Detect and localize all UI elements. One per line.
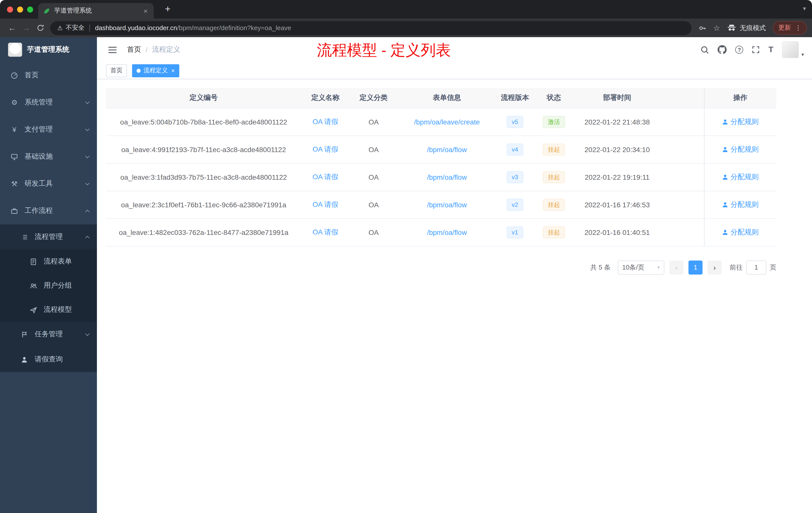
sidebar-item-devtools[interactable]: ⚒ 研发工具 bbox=[0, 170, 97, 197]
form-link[interactable]: /bpm/oa/flow bbox=[427, 145, 467, 153]
assign-rule-link[interactable]: 分配规则 bbox=[722, 200, 759, 209]
deploy-time: 2022-01-22 20:34:10 bbox=[574, 135, 660, 163]
definition-name-link[interactable]: OA 请假 bbox=[313, 200, 339, 208]
form-link[interactable]: /bpm/oa/leave/create bbox=[414, 118, 480, 126]
page-size-select[interactable]: 10条/页 ▾ bbox=[618, 260, 664, 274]
deploy-time: 2022-01-16 17:46:53 bbox=[574, 191, 660, 218]
definition-category: OA bbox=[349, 191, 398, 218]
form-link[interactable]: /bpm/oa/flow bbox=[427, 201, 467, 209]
update-button[interactable]: 更新 ⋮ bbox=[773, 21, 807, 35]
tab-close-icon[interactable]: × bbox=[143, 7, 149, 15]
form-link[interactable]: /bpm/oa/flow bbox=[427, 228, 467, 236]
version-badge: v2 bbox=[507, 199, 523, 211]
new-tab-button[interactable]: + bbox=[161, 3, 175, 16]
fullscreen-button[interactable] bbox=[752, 46, 760, 54]
hamburger-icon bbox=[108, 46, 117, 54]
sidebar-item-workflow[interactable]: 工作流程 bbox=[0, 197, 97, 224]
sidebar-item-home[interactable]: 首页 bbox=[0, 62, 97, 89]
user-menu[interactable]: ▾ bbox=[782, 41, 804, 58]
reload-button[interactable] bbox=[33, 21, 47, 35]
sidebar-item-process-mgmt[interactable]: 流程管理 bbox=[0, 224, 97, 249]
forward-button[interactable]: → bbox=[19, 21, 33, 35]
goto-label: 前往 bbox=[730, 263, 743, 272]
back-button[interactable]: ← bbox=[5, 21, 19, 35]
browser-tab-strip: 芋道管理系统 × + ▾ bbox=[0, 0, 812, 19]
tag-process-definition[interactable]: 流程定义 × bbox=[132, 64, 179, 77]
tag-close-icon[interactable]: × bbox=[171, 67, 175, 74]
window-zoom-button[interactable] bbox=[27, 6, 33, 12]
font-size-button[interactable]: T bbox=[768, 45, 773, 54]
flag-icon bbox=[20, 331, 29, 338]
url-path: /bpm/manager/definition?key=oa_leave bbox=[177, 24, 291, 32]
sidebar-item-process-model[interactable]: 流程模型 bbox=[0, 298, 97, 322]
prev-page-button[interactable]: ‹ bbox=[669, 260, 684, 274]
window-minimize-button[interactable] bbox=[17, 6, 23, 12]
user-icon bbox=[722, 146, 728, 152]
sidebar-item-leave-query[interactable]: 请假查询 bbox=[0, 347, 97, 372]
deploy-time: 2022-01-16 01:40:51 bbox=[574, 218, 660, 246]
user-group-icon bbox=[29, 282, 38, 290]
logo-image bbox=[8, 42, 22, 57]
table-row: oa_leave:5:004b710b-7b8a-11ec-8ef0-acde4… bbox=[106, 108, 776, 135]
sidebar: 芋道管理系统 首页 ⚙ 系统管理 ¥ 支付管理 基础设施 bbox=[0, 37, 97, 513]
avatar bbox=[782, 41, 799, 58]
sidebar-item-user-group[interactable]: 用户分组 bbox=[0, 274, 97, 298]
goto-page-input[interactable] bbox=[746, 260, 766, 274]
definition-id: oa_leave:4:991f2193-7b7f-11ec-a3c8-acde4… bbox=[106, 135, 301, 163]
table-row: oa_leave:1:482ec033-762a-11ec-8477-a2380… bbox=[106, 218, 776, 246]
breadcrumb-separator: / bbox=[146, 46, 148, 54]
definition-name-link[interactable]: OA 请假 bbox=[313, 228, 339, 236]
form-link[interactable]: /bpm/oa/flow bbox=[427, 173, 467, 181]
chevron-down-icon bbox=[85, 127, 90, 131]
user-icon bbox=[722, 119, 728, 125]
sidebar-item-task-mgmt[interactable]: 任务管理 bbox=[0, 322, 97, 347]
browser-tab[interactable]: 芋道管理系统 × bbox=[38, 3, 154, 19]
page-button-1[interactable]: 1 bbox=[689, 260, 702, 274]
sidebar-item-payment[interactable]: ¥ 支付管理 bbox=[0, 116, 97, 143]
sidebar-item-infrastructure[interactable]: 基础设施 bbox=[0, 143, 97, 170]
breadcrumb-home[interactable]: 首页 bbox=[127, 45, 141, 54]
sidebar-item-process-form[interactable]: 流程表单 bbox=[0, 249, 97, 274]
tab-search-chevron-icon[interactable]: ▾ bbox=[803, 5, 806, 12]
chevron-down-icon bbox=[85, 154, 90, 158]
bookmark-star-icon[interactable]: ☆ bbox=[713, 23, 720, 32]
filler-cell bbox=[660, 218, 704, 246]
chevron-down-icon bbox=[85, 181, 90, 185]
security-label[interactable]: 不安全 bbox=[66, 24, 85, 32]
chevron-up-icon bbox=[85, 210, 90, 214]
next-page-button[interactable]: › bbox=[707, 260, 722, 274]
breadcrumb-current: 流程定义 bbox=[152, 45, 180, 54]
filler-cell bbox=[660, 108, 704, 135]
definition-id: oa_leave:2:3c1f0ef1-76b1-11ec-9c66-a2380… bbox=[106, 191, 301, 218]
help-button[interactable]: ? bbox=[735, 46, 743, 54]
tag-home[interactable]: 首页 bbox=[106, 64, 127, 77]
sidebar-item-system[interactable]: ⚙ 系统管理 bbox=[0, 89, 97, 116]
github-button[interactable] bbox=[718, 45, 727, 54]
security-warning-icon: ⚠ bbox=[57, 24, 63, 31]
search-button[interactable] bbox=[700, 46, 709, 54]
definition-name-link[interactable]: OA 请假 bbox=[313, 173, 339, 180]
assign-rule-link[interactable]: 分配规则 bbox=[722, 173, 759, 181]
address-bar[interactable]: ⚠ 不安全 dashboard.yudao.iocoder.cn /bpm/ma… bbox=[50, 21, 691, 35]
deploy-time: 2022-01-22 19:19:11 bbox=[574, 163, 660, 191]
assign-rule-link[interactable]: 分配规则 bbox=[722, 145, 759, 154]
assign-rule-link[interactable]: 分配规则 bbox=[722, 117, 759, 126]
pagination: 共 5 条 10条/页 ▾ ‹ 1 › 前往 页 bbox=[106, 260, 776, 274]
sidebar-logo[interactable]: 芋道管理系统 bbox=[0, 37, 97, 62]
browser-menu-icon[interactable]: ⋮ bbox=[795, 24, 802, 32]
definition-name-link[interactable]: OA 请假 bbox=[313, 117, 339, 125]
incognito-label: 无痕模式 bbox=[740, 23, 766, 32]
definition-name-link[interactable]: OA 请假 bbox=[313, 145, 339, 153]
table-header-row: 定义编号 定义名称 定义分类 表单信息 流程版本 状态 部署时间 操作 bbox=[106, 88, 776, 108]
briefcase-icon bbox=[10, 207, 19, 215]
sidebar-toggle-button[interactable] bbox=[105, 46, 120, 54]
browser-window: 芋道管理系统 × + ▾ ← → ⚠ 不安全 dashboard.yudao.i… bbox=[0, 0, 812, 513]
browser-toolbar: ← → ⚠ 不安全 dashboard.yudao.iocoder.cn /bp… bbox=[0, 19, 812, 37]
col-header-version: 流程版本 bbox=[496, 88, 534, 108]
window-close-button[interactable] bbox=[7, 6, 13, 12]
assign-rule-link[interactable]: 分配规则 bbox=[722, 228, 759, 237]
caret-down-icon: ▾ bbox=[802, 52, 804, 58]
password-key-icon[interactable] bbox=[698, 24, 706, 32]
app-root: 芋道管理系统 首页 ⚙ 系统管理 ¥ 支付管理 基础设施 bbox=[0, 37, 812, 513]
filler-cell bbox=[660, 163, 704, 191]
